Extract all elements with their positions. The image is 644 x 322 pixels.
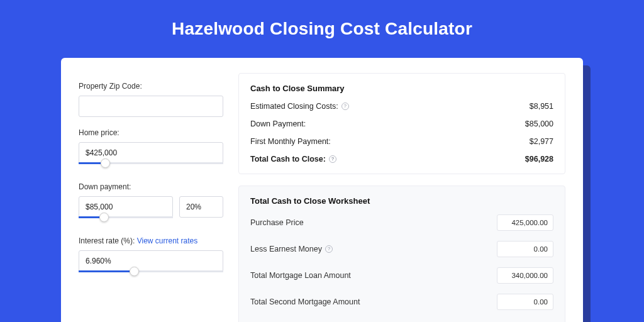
row-label: Less Earnest Money ? [250,245,333,253]
label-text: Less Earnest Money [250,245,322,253]
row-label: Total Cash to Close: ? [250,155,336,164]
home-price-label: Home price: [79,128,223,137]
row-label: Down Payment: [250,119,306,128]
worksheet-value-input[interactable] [497,214,553,231]
worksheet-panel: Total Cash to Close Worksheet Purchase P… [238,186,565,322]
worksheet-row-second-mortgage: Total Second Mortgage Amount [250,294,553,310]
worksheet-value-input[interactable] [497,294,553,310]
home-price-input[interactable] [79,142,223,164]
label-text: Estimated Closing Costs: [250,102,338,111]
interest-rate-field: Interest rate (%): View current rates [79,236,223,279]
label-text: Purchase Price [250,218,304,227]
worksheet-row-purchase-price: Purchase Price [250,214,553,231]
home-price-slider[interactable] [79,162,223,171]
interest-rate-slider[interactable] [79,270,223,279]
calculator-card-wrap: Property Zip Code: Home price: Down paym… [61,58,583,322]
summary-row-total: Total Cash to Close: ? $96,928 [250,155,553,164]
worksheet-value-input[interactable] [497,241,553,257]
label-text: Total Cash to Close: [250,155,326,164]
label-text: Total Second Mortgage Amount [250,297,360,306]
down-payment-pct-input[interactable] [179,196,223,218]
row-label: Purchase Price [250,218,304,227]
slider-fill [79,162,101,164]
label-text: Down Payment: [250,119,306,128]
slider-thumb[interactable] [99,213,109,222]
row-value: $85,000 [525,119,553,128]
row-label: Total Second Mortgage Amount [250,297,360,306]
summary-row-first-payment: First Monthly Payment: $2,977 [250,137,553,146]
down-payment-slider[interactable] [79,216,173,225]
row-label: Total Mortgage Loan Amount [250,271,351,280]
home-price-field: Home price: [79,128,223,171]
results-column: Cash to Close Summary Estimated Closing … [238,73,565,322]
help-icon[interactable]: ? [329,155,336,163]
zip-label: Property Zip Code: [79,82,223,91]
row-value: $96,928 [525,155,553,164]
worksheet-row-earnest-money: Less Earnest Money ? [250,241,553,257]
worksheet-value-input[interactable] [497,267,553,284]
zip-field: Property Zip Code: [79,82,223,117]
worksheet-title: Total Cash to Close Worksheet [250,196,553,206]
summary-row-closing-costs: Estimated Closing Costs: ? $8,951 [250,102,553,111]
row-label: Estimated Closing Costs: ? [250,102,349,111]
down-payment-input[interactable] [79,196,173,218]
zip-input[interactable] [79,96,223,117]
inputs-column: Property Zip Code: Home price: Down paym… [79,73,223,322]
interest-rate-input[interactable] [79,250,223,272]
summary-title: Cash to Close Summary [250,84,553,93]
down-payment-field: Down payment: [79,182,223,225]
slider-fill [79,270,130,272]
down-payment-label: Down payment: [79,182,223,191]
interest-rate-label: Interest rate (%): View current rates [79,236,223,245]
slider-thumb[interactable] [101,158,110,168]
help-icon[interactable]: ? [325,245,333,253]
row-value: $2,977 [530,137,553,146]
label-text: Total Mortgage Loan Amount [250,271,351,280]
summary-panel: Cash to Close Summary Estimated Closing … [238,73,565,174]
calculator-card: Property Zip Code: Home price: Down paym… [61,58,583,322]
page-title: Hazelwood Closing Cost Calculator [172,19,472,39]
interest-rate-label-text: Interest rate (%): [79,236,137,245]
slider-thumb[interactable] [130,267,139,276]
label-text: First Monthly Payment: [250,137,331,146]
view-rates-link[interactable]: View current rates [137,236,198,245]
summary-row-down-payment: Down Payment: $85,000 [250,119,553,128]
row-label: First Monthly Payment: [250,137,331,146]
slider-fill [79,216,99,218]
row-value: $8,951 [530,102,553,111]
worksheet-row-mortgage-amount: Total Mortgage Loan Amount [250,267,553,284]
help-icon[interactable]: ? [341,103,349,110]
